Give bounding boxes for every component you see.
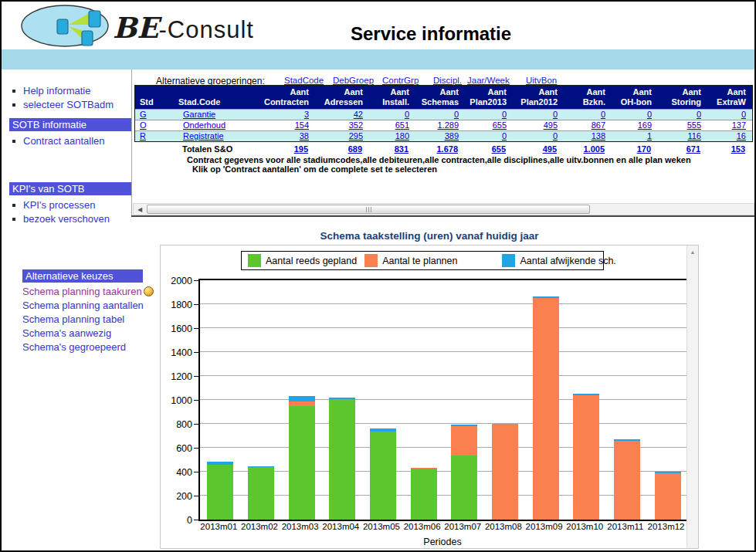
value-link[interactable]: 0	[454, 110, 459, 119]
alt-menu-link[interactable]: Schema planning aantallen	[22, 299, 154, 313]
value-link[interactable]: 0	[502, 110, 507, 119]
table-cell-value[interactable]: 0	[658, 109, 707, 120]
table-cell-value[interactable]: 137	[707, 120, 752, 130]
sidebar-item[interactable]: Help informatie	[9, 83, 131, 97]
table-cell-value[interactable]: 0	[513, 130, 564, 141]
sidebar-item[interactable]: KPI's processen	[9, 198, 131, 212]
grouping-link[interactable]: StadCode	[284, 76, 324, 85]
value-link[interactable]: 867	[592, 120, 605, 130]
table-cell-value[interactable]: 0	[707, 109, 752, 120]
table-cell-std[interactable]: O	[135, 120, 174, 130]
table-cell-value[interactable]: 138	[564, 130, 612, 141]
totals-cell[interactable]: 1.005	[563, 144, 611, 155]
value-link[interactable]: 1.289	[437, 120, 459, 130]
stadcode-link[interactable]: Onderhoud	[183, 120, 225, 130]
grouping-link[interactable]: Discipl.	[433, 76, 462, 85]
sidebar-item[interactable]: bezoek verschoven	[9, 212, 131, 225]
sidebar-link[interactable]: bezoek verschoven	[23, 213, 110, 225]
value-link[interactable]: 116	[687, 131, 701, 141]
value-link[interactable]: 180	[395, 131, 409, 141]
value-link[interactable]: 555	[687, 120, 701, 130]
value-link[interactable]: 651	[395, 120, 409, 130]
grouping-link[interactable]: UitvBon	[526, 76, 557, 85]
table-cell-value[interactable]: 116	[658, 130, 707, 141]
value-link[interactable]: 295	[349, 131, 363, 141]
alt-menu-link[interactable]: Schema planning taakuren	[22, 285, 154, 299]
alt-menu-link[interactable]: Schema's aanwezig	[22, 327, 154, 340]
total-value-link[interactable]: 831	[395, 144, 409, 154]
total-value-link[interactable]: 1.678	[436, 144, 458, 154]
total-value-link[interactable]: 1.005	[583, 144, 605, 154]
table-cell-value[interactable]: 655	[465, 120, 513, 130]
std-link[interactable]: O	[140, 120, 147, 130]
value-link[interactable]: 0	[601, 110, 605, 119]
table-cell-code[interactable]: Garantie	[174, 109, 255, 120]
sidebar-item[interactable]: selecteer SOTBadm	[9, 97, 131, 111]
table-cell-value[interactable]: 495	[513, 120, 564, 130]
alt-menu-link[interactable]: Schema planning tabel	[22, 313, 154, 327]
table-cell-std[interactable]: G	[135, 109, 174, 120]
table-cell-value[interactable]: 389	[415, 130, 465, 141]
table-cell-value[interactable]: 0	[465, 109, 513, 120]
value-link[interactable]: 495	[544, 120, 558, 130]
totals-cell[interactable]: 655	[464, 144, 512, 155]
value-link[interactable]: 3	[304, 110, 309, 119]
totals-cell[interactable]: 689	[314, 144, 368, 155]
table-cell-code[interactable]: Onderhoud	[174, 120, 255, 130]
table-cell-value[interactable]: 352	[315, 120, 369, 130]
alt-menu-link[interactable]: Schema's gegroepeerd	[22, 340, 154, 354]
sidebar-item[interactable]: Contract aantallen	[9, 134, 131, 147]
totals-cell[interactable]: 153	[707, 144, 751, 155]
total-value-link[interactable]: 671	[687, 144, 700, 154]
table-cell-value[interactable]: 0	[465, 130, 513, 141]
value-link[interactable]: 655	[493, 120, 507, 130]
value-link[interactable]: 0	[553, 110, 558, 119]
grouping-link[interactable]: DebGroep	[333, 76, 374, 85]
value-link[interactable]: 0	[741, 110, 746, 119]
totals-cell[interactable]: 671	[657, 144, 707, 155]
table-cell-value[interactable]: 555	[658, 120, 707, 130]
table-cell-value[interactable]: 3	[255, 109, 315, 120]
grouping-link[interactable]: ContrGrp	[382, 76, 419, 85]
totals-cell[interactable]: 495	[512, 144, 563, 155]
table-cell-value[interactable]: 169	[612, 120, 658, 130]
value-link[interactable]: 38	[300, 131, 309, 141]
total-value-link[interactable]: 655	[492, 144, 506, 154]
table-cell-value[interactable]: 0	[369, 109, 415, 120]
value-link[interactable]: 138	[592, 131, 605, 141]
horizontal-scrollbar-thumb[interactable]	[147, 205, 590, 214]
table-cell-value[interactable]: 38	[255, 130, 315, 141]
value-link[interactable]: 0	[647, 110, 652, 119]
table-cell-value[interactable]: 0	[513, 109, 564, 120]
totals-cell[interactable]: 1.678	[415, 144, 464, 155]
scroll-up-arrow-icon[interactable]: ▲	[687, 246, 698, 258]
total-value-link[interactable]: 153	[731, 144, 745, 154]
value-link[interactable]: 0	[405, 110, 409, 119]
table-cell-std[interactable]: R	[135, 130, 174, 141]
table-cell-value[interactable]: 0	[415, 109, 465, 120]
value-link[interactable]: 16	[737, 131, 746, 141]
table-cell-value[interactable]: 16	[707, 130, 752, 141]
table-cell-value[interactable]: 42	[315, 109, 369, 120]
value-link[interactable]: 1	[647, 131, 652, 141]
sidebar-link[interactable]: Contract aantallen	[23, 135, 105, 147]
sidebar-link[interactable]: Help informatie	[23, 85, 90, 97]
grouping-link[interactable]: Jaar/Week	[467, 76, 510, 85]
value-link[interactable]: 0	[697, 110, 701, 119]
value-link[interactable]: 154	[295, 120, 309, 130]
table-cell-value[interactable]: 295	[315, 130, 369, 141]
table-cell-value[interactable]: 651	[369, 120, 415, 130]
totals-cell[interactable]: 195	[254, 144, 314, 155]
value-link[interactable]: 42	[354, 110, 363, 119]
stadcode-link[interactable]: Garantie	[183, 110, 215, 119]
value-link[interactable]: 137	[732, 120, 746, 130]
table-cell-value[interactable]: 180	[369, 130, 415, 141]
totals-cell[interactable]: 831	[368, 144, 415, 155]
horizontal-scrollbar[interactable]: ◀	[133, 203, 754, 215]
value-link[interactable]: 389	[445, 131, 459, 141]
total-value-link[interactable]: 195	[294, 144, 308, 154]
table-cell-value[interactable]: 1	[612, 130, 658, 141]
table-cell-value[interactable]: 0	[564, 109, 612, 120]
totals-cell[interactable]: 170	[611, 144, 657, 155]
table-cell-code[interactable]: Registratie	[174, 130, 255, 141]
